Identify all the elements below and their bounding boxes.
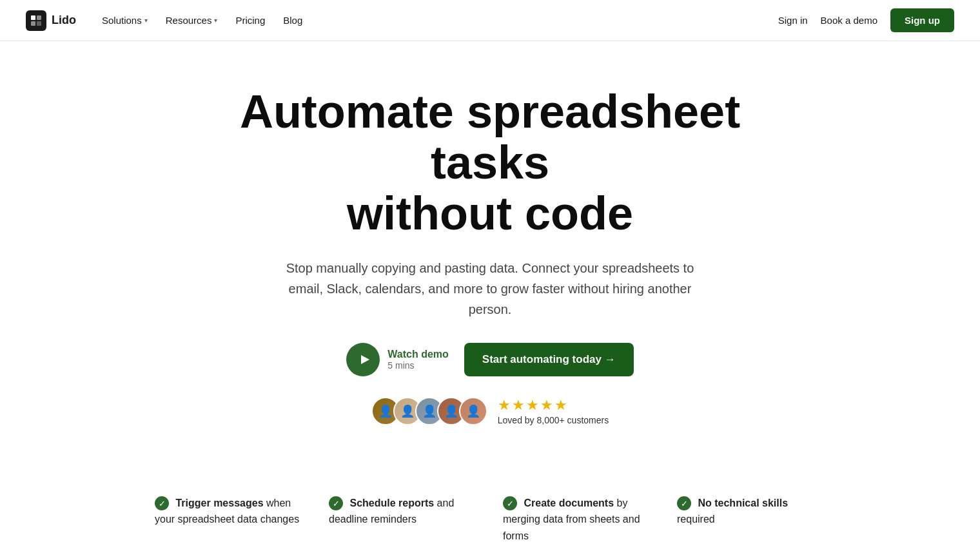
- watch-demo-label: Watch demo: [387, 349, 449, 360]
- nav-solutions[interactable]: Solutions ▾: [102, 15, 148, 26]
- feature-no-skills-rest: required: [677, 514, 715, 525]
- logo[interactable]: Lido: [26, 10, 76, 31]
- navbar: Lido Solutions ▾ Resources ▾ Pricing Blo…: [0, 0, 980, 41]
- logo-icon: [26, 10, 46, 31]
- check-icon: ✓: [155, 496, 169, 510]
- check-icon: ✓: [677, 496, 691, 510]
- svg-marker-4: [361, 355, 369, 364]
- avatar: 👤: [459, 397, 487, 425]
- check-icon: ✓: [329, 496, 343, 510]
- feature-documents: ✓ Create documents by merging data from …: [490, 495, 664, 545]
- svg-rect-2: [31, 21, 35, 26]
- customer-count: Loved by 8,000+ customers: [498, 415, 609, 425]
- hero-section: Automate spreadsheet tasks without code …: [0, 41, 980, 464]
- features-list: ✓ Trigger messages when your spreadsheet…: [103, 464, 877, 551]
- start-automating-button[interactable]: Start automating today →: [464, 343, 634, 376]
- feature-documents-bold: Create documents: [524, 498, 614, 508]
- svg-rect-0: [31, 15, 35, 20]
- signin-button[interactable]: Sign in: [778, 15, 808, 26]
- watch-demo-button[interactable]: Watch demo 5 mins: [346, 343, 449, 376]
- nav-right: Sign in Book a demo Sign up: [778, 8, 954, 32]
- resources-chevron-icon: ▾: [214, 17, 217, 24]
- feature-no-skills-bold: No technical skills: [698, 498, 788, 508]
- check-icon: ✓: [503, 496, 517, 510]
- book-demo-button[interactable]: Book a demo: [821, 15, 877, 26]
- features-section: ✓ Trigger messages when your spreadsheet…: [0, 464, 980, 551]
- svg-rect-3: [37, 21, 41, 26]
- hero-cta: Watch demo 5 mins Start automating today…: [226, 343, 754, 376]
- watch-demo-duration: 5 mins: [387, 360, 449, 371]
- solutions-chevron-icon: ▾: [144, 17, 148, 24]
- feature-no-skills: ✓ No technical skills required: [664, 495, 838, 545]
- play-icon: [346, 343, 380, 376]
- hero-subtitle: Stop manually copying and pasting data. …: [271, 258, 709, 320]
- logo-text: Lido: [52, 14, 76, 27]
- hero-title: Automate spreadsheet tasks without code: [226, 86, 754, 240]
- feature-trigger-bold: Trigger messages: [175, 498, 263, 508]
- nav-links: Solutions ▾ Resources ▾ Pricing Blog: [102, 15, 302, 26]
- social-proof: 👤 👤 👤 👤 👤 ★★★★★ Loved by 8,000+ customer…: [226, 397, 754, 425]
- nav-blog[interactable]: Blog: [283, 15, 302, 26]
- signup-button[interactable]: Sign up: [890, 8, 954, 32]
- svg-rect-1: [37, 15, 41, 20]
- customer-avatars: 👤 👤 👤 👤 👤: [371, 397, 487, 425]
- nav-resources[interactable]: Resources ▾: [166, 15, 218, 26]
- feature-schedule: ✓ Schedule reports and deadline reminder…: [316, 495, 490, 545]
- star-rating: ★★★★★: [498, 397, 609, 414]
- feature-schedule-bold: Schedule reports: [349, 498, 434, 508]
- nav-pricing[interactable]: Pricing: [235, 15, 265, 26]
- feature-trigger: ✓ Trigger messages when your spreadsheet…: [142, 495, 316, 545]
